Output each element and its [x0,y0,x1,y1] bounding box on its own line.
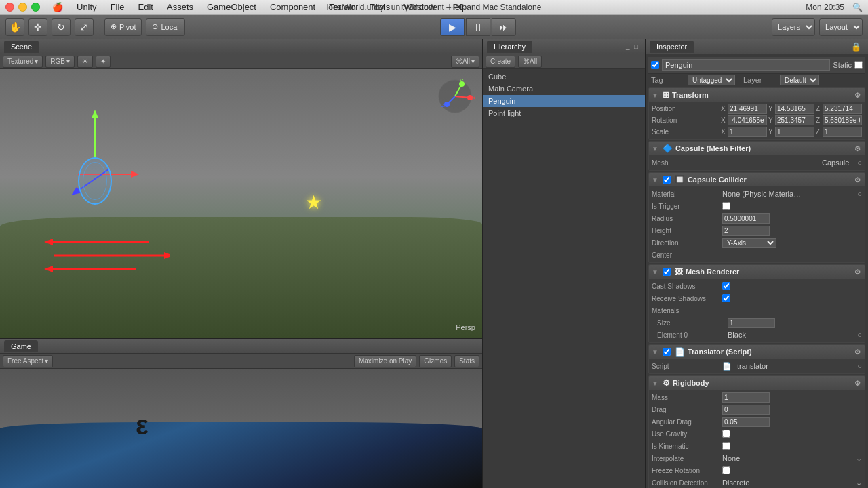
layers-dropdown[interactable]: Layers [772,18,815,36]
inspector-tab[interactable]: Inspector [650,41,694,53]
aspect-dropdown[interactable]: Free Aspect ▾ [3,355,53,367]
tag-dropdown[interactable]: Untagged [688,75,735,85]
rigidbody-settings-icon[interactable]: ⚙ [852,378,862,388]
rotation-y-input[interactable] [775,115,814,125]
rotate-tool-button[interactable]: ↻ [52,18,71,36]
gizmos-btn[interactable]: Gizmos [419,355,452,367]
static-checkbox[interactable] [854,61,863,69]
menu-file[interactable]: File [109,2,126,12]
is-kinematic-checkbox[interactable] [722,442,730,450]
object-name-input[interactable] [662,59,830,71]
receive-shadows-checkbox[interactable] [722,294,730,302]
hierarchy-maximize[interactable]: □ [634,43,641,50]
step-button[interactable]: ⏭ [492,18,516,36]
hierarchy-item-penguin[interactable]: Penguin [483,95,645,107]
hierarchy-all-btn[interactable]: ⌘All [518,56,542,68]
meshfilter-settings-icon[interactable]: ⚙ [852,144,862,153]
position-z-input[interactable] [823,104,862,114]
is-trigger-checkbox[interactable] [722,202,730,210]
meshrenderer-enable-checkbox[interactable] [663,268,671,276]
rotation-label: Rotation [652,117,719,124]
pause-button[interactable]: ⏸ [466,18,490,36]
rgb-dropdown[interactable]: RGB ▾ [45,56,75,68]
layout-dropdown[interactable]: Layout [819,18,863,36]
scene-all-dropdown[interactable]: ⌘All ▾ [451,56,479,68]
menu-apple[interactable]: 🍎 [51,2,64,12]
freeze-rotation-checkbox[interactable] [722,466,730,474]
scale-z-input[interactable] [823,127,862,137]
hierarchy-item-pointlight[interactable]: Point light [483,107,645,119]
maximize-button[interactable] [31,3,40,12]
mesh-circle-icon[interactable]: ○ [857,159,862,167]
search-icon[interactable]: 🔍 [852,3,863,12]
fx-toggle[interactable]: ✦ [96,56,111,68]
pivot-button[interactable]: ⊕ Pivot [104,18,142,36]
scene-tab[interactable]: Scene [4,41,39,53]
scale-x-input[interactable] [728,127,767,137]
capsulecollider-settings-icon[interactable]: ⚙ [852,175,862,184]
object-enabled-checkbox[interactable] [651,61,659,69]
position-y-input[interactable] [775,104,814,114]
rotation-z-input[interactable] [823,115,862,125]
meshfilter-controls: ⚙ [852,144,862,153]
meshrenderer-settings-icon[interactable]: ⚙ [852,267,862,277]
textured-dropdown[interactable]: Textured ▾ [3,56,43,68]
close-button[interactable] [5,3,14,12]
scale-y-input[interactable] [775,127,814,137]
angular-drag-input[interactable] [722,417,770,427]
local-button[interactable]: ⊙ Local [146,18,184,36]
hierarchy-item-maincamera[interactable]: Main Camera [483,83,645,95]
menu-gameobject[interactable]: GameObject [205,2,258,12]
mass-input[interactable] [722,392,770,403]
height-input[interactable] [722,226,770,236]
translator-settings-icon[interactable]: ⚙ [852,347,862,357]
size-input[interactable] [728,318,775,328]
script-circle-icon[interactable]: ○ [857,362,862,370]
position-z-field: Z [816,104,862,114]
height-label: Height [652,227,719,235]
hierarchy-tab[interactable]: Hierarchy [487,41,532,53]
game-tab[interactable]: Game [4,340,38,352]
transform-settings-icon[interactable]: ⚙ [852,90,862,100]
drag-input[interactable] [722,405,770,415]
use-gravity-checkbox[interactable] [722,430,730,438]
rigidbody-header[interactable]: ⚙ Rigidbody ⚙ [649,376,865,390]
play-button[interactable]: ▶ [440,18,465,36]
capsulecollider-header[interactable]: 🔲 Capsule Collider ⚙ [649,173,865,186]
game-view-content[interactable]: ε [0,369,482,488]
meshrenderer-header[interactable]: 🖼 Mesh Renderer ⚙ [649,265,865,279]
radius-input[interactable] [722,214,770,224]
menu-assets[interactable]: Assets [165,2,195,12]
hand-tool-button[interactable]: ✋ [5,18,24,36]
capsulecollider-enable-checkbox[interactable] [663,176,671,184]
hierarchy-minimize[interactable]: _ [626,43,633,50]
meshfilter-header[interactable]: 🔷 Capsule (Mesh Filter) ⚙ [649,142,865,155]
gizmo-widget[interactable]: Y X Z [435,76,475,117]
minimize-button[interactable] [18,3,27,12]
translator-enable-checkbox[interactable] [663,348,671,356]
stats-btn[interactable]: Stats [454,355,479,367]
hierarchy-create-btn[interactable]: Create [486,56,515,68]
maximize-on-play-btn[interactable]: Maximize on Play [354,355,416,367]
menu-unity[interactable]: Unity [75,2,98,12]
cast-shadows-checkbox[interactable] [722,282,730,290]
transform-header[interactable]: ⊞ Transform ⚙ [649,88,865,102]
move-tool-button[interactable]: ✛ [28,18,47,36]
interpolate-expand-icon[interactable]: ⌄ [856,454,862,463]
menu-component[interactable]: Component [269,2,317,12]
inspector-lock-icon[interactable]: 🔒 [848,42,864,52]
hierarchy-item-cube[interactable]: Cube [483,70,645,83]
rotation-x-input[interactable] [728,115,767,125]
menu-edit[interactable]: Edit [137,2,155,12]
rotation-row: Rotation X Y Z [649,115,865,126]
translator-header[interactable]: 📄 Translator (Script) ⚙ [649,345,865,359]
lighting-toggle[interactable]: ☀ [77,56,93,68]
position-x-input[interactable] [728,104,767,114]
element0-circle-icon[interactable]: ○ [857,331,862,339]
material-circle-icon[interactable]: ○ [857,190,862,198]
scene-view-content[interactable]: ★ Y X [0,69,482,338]
scale-tool-button[interactable]: ⤢ [75,18,94,36]
collision-detection-expand-icon[interactable]: ⌄ [856,479,862,487]
direction-dropdown[interactable]: Y-Axis [722,238,776,248]
layer-dropdown[interactable]: Default [780,75,819,85]
